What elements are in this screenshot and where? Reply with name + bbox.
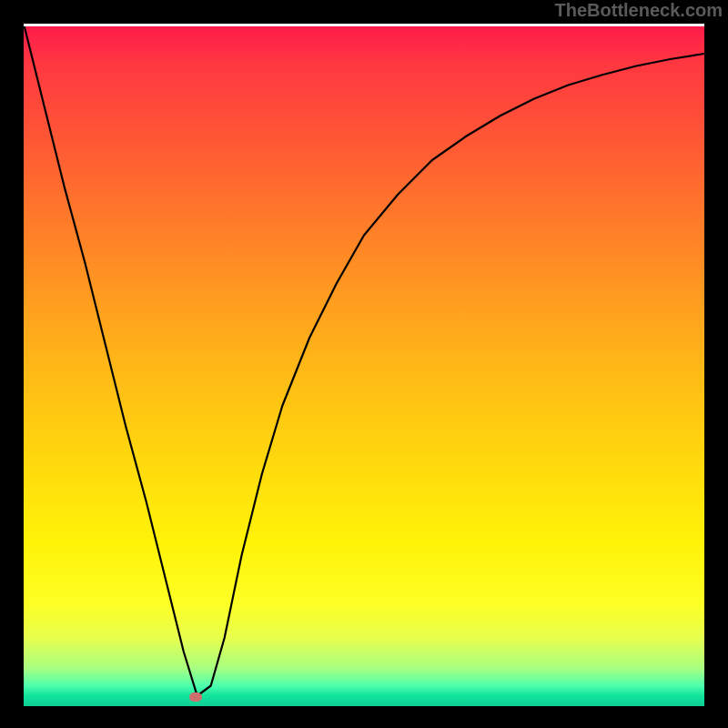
attribution-text: TheBottleneck.com (555, 0, 723, 21)
plot-area (24, 24, 704, 706)
optimum-marker (189, 693, 202, 702)
curve-svg (24, 24, 704, 706)
bottleneck-curve-path (24, 24, 704, 696)
bottleneck-chart: TheBottleneck.com (0, 0, 728, 728)
